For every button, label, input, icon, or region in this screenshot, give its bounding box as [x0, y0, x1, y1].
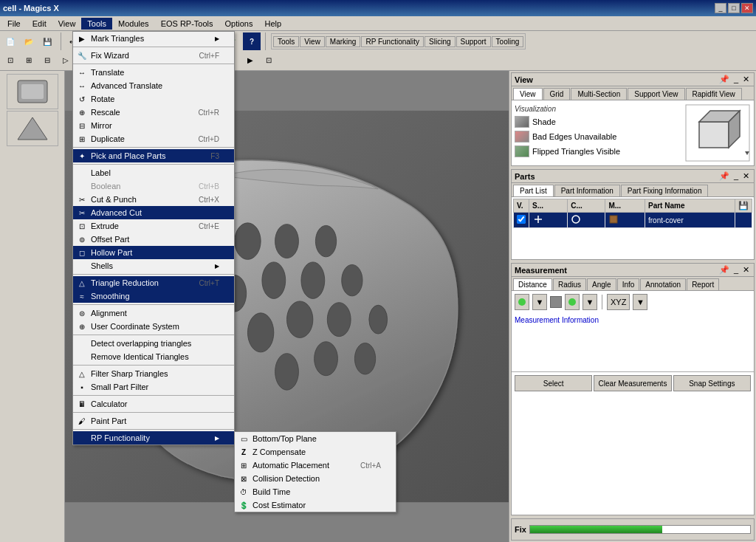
- parts-tab-list[interactable]: Part List: [513, 185, 554, 196]
- right-tab-view[interactable]: View: [300, 36, 325, 47]
- menu-pick-place[interactable]: ✦ Pick and Place Parts F3: [73, 149, 234, 162]
- menu-extrude[interactable]: ⊡ Extrude Ctrl+E: [73, 219, 234, 233]
- menu-fix-wizard[interactable]: 🔧 Fix Wizard Ctrl+F: [73, 49, 234, 62]
- view-tab-view[interactable]: View: [513, 88, 543, 100]
- tb-new[interactable]: 📄: [1, 32, 19, 50]
- tb-r1[interactable]: ⊡: [1, 51, 19, 69]
- menu-eos[interactable]: EOS RP-Tools: [155, 18, 219, 30]
- tb-r2[interactable]: ⊞: [20, 51, 38, 69]
- view-tab-rapidfit[interactable]: Rapidfit View: [686, 88, 742, 100]
- measure-point1-btn[interactable]: [515, 294, 529, 310]
- viz-option-flipped[interactable]: Flipped Triangles Visible: [515, 144, 681, 159]
- measurement-tab-angle[interactable]: Angle: [587, 278, 616, 290]
- menu-remove-identical[interactable]: Remove Identical Triangles: [73, 350, 234, 363]
- maximize-btn[interactable]: □: [728, 3, 740, 13]
- menu-filter-sharp[interactable]: △ Filter Sharp Triangles: [73, 367, 234, 380]
- view-tab-multisection[interactable]: Multi-Section: [571, 88, 627, 100]
- visible-checkbox[interactable]: [517, 215, 526, 224]
- parts-tab-fixing[interactable]: Part Fixing Information: [621, 185, 709, 196]
- view-tab-grid[interactable]: Grid: [543, 88, 571, 100]
- menu-boolean[interactable]: Boolean Ctrl+B: [73, 179, 234, 193]
- parts-pin-btn[interactable]: 📌: [718, 171, 731, 181]
- select-button[interactable]: Select: [515, 375, 592, 391]
- menu-calculator[interactable]: 🖩 Calculator: [73, 397, 234, 411]
- viz-option-shade[interactable]: Shade: [515, 114, 681, 129]
- right-tab-marking[interactable]: Marking: [326, 36, 361, 47]
- measurement-min-btn[interactable]: _: [732, 265, 740, 275]
- measure-point2-btn[interactable]: [565, 294, 580, 310]
- menu-edit[interactable]: Edit: [27, 18, 52, 30]
- view-pin-btn[interactable]: 📌: [718, 75, 731, 84]
- menu-cut-punch[interactable]: ✂ Cut & Punch Ctrl+X: [73, 193, 234, 206]
- measure-point2-dropdown[interactable]: ▼: [583, 294, 597, 310]
- menu-rp-functionality[interactable]: RP Functionality ▶: [73, 431, 234, 445]
- parts-tab-info[interactable]: Part Information: [554, 185, 620, 196]
- menu-mark-triangles[interactable]: ▶ Mark Triangles ▶: [73, 32, 234, 45]
- menu-file[interactable]: File: [1, 18, 27, 30]
- measure-point1-dropdown[interactable]: ▼: [532, 294, 547, 310]
- view-tab-support[interactable]: Support View: [628, 88, 684, 100]
- rp-submenu-collision[interactable]: ⊠ Collision Detection: [235, 472, 396, 485]
- menu-triangle-reduction[interactable]: △ Triangle Reduction Ctrl+T: [73, 276, 234, 289]
- measurement-tab-annotation[interactable]: Annotation: [640, 278, 686, 290]
- menu-view[interactable]: View: [52, 18, 82, 30]
- menu-small-part-filter[interactable]: ▪ Small Part Filter: [73, 380, 234, 394]
- tb-open[interactable]: 📂: [20, 32, 38, 50]
- right-tab-rp[interactable]: RP Functionality: [361, 36, 424, 47]
- rp-submenu-z-compensate[interactable]: Z Z Compensate: [235, 445, 396, 459]
- measurement-tab-distance[interactable]: Distance: [513, 278, 552, 290]
- rp-submenu-build-time[interactable]: ⏱ Build Time: [235, 485, 396, 498]
- menu-shells[interactable]: Shells ▶: [73, 259, 234, 272]
- right-tab-support[interactable]: Support: [456, 36, 491, 47]
- left-icon-2[interactable]: [7, 111, 58, 146]
- tb-save[interactable]: 💾: [38, 32, 56, 50]
- measure-xyz-btn[interactable]: XYZ: [607, 294, 630, 310]
- tb-r14[interactable]: ▶: [241, 51, 259, 69]
- tb-help[interactable]: ?: [243, 32, 261, 50]
- menu-advanced-translate[interactable]: ↔ Advanced Translate: [73, 79, 234, 92]
- measurement-close-btn[interactable]: ✕: [741, 265, 751, 275]
- right-tab-slicing[interactable]: Slicing: [425, 36, 455, 47]
- right-tab-tools[interactable]: Tools: [273, 36, 299, 47]
- menu-user-coord[interactable]: ⊕ User Coordinate System: [73, 320, 234, 333]
- measurement-tab-info[interactable]: Info: [617, 278, 640, 290]
- menu-rotate[interactable]: ↺ Rotate: [73, 92, 234, 106]
- parts-min-btn[interactable]: _: [732, 171, 740, 181]
- menu-advanced-cut[interactable]: ✂ Advanced Cut: [73, 206, 234, 219]
- view-min-btn[interactable]: _: [732, 75, 740, 84]
- measurement-pin-btn[interactable]: 📌: [718, 265, 731, 275]
- clear-measurements-button[interactable]: Clear Measurements: [594, 375, 671, 391]
- measurement-tab-radius[interactable]: Radius: [553, 278, 586, 290]
- menu-tools[interactable]: Tools: [81, 18, 112, 30]
- tb-r3[interactable]: ⊟: [38, 51, 56, 69]
- menu-offset-part[interactable]: ⊚ Offset Part: [73, 233, 234, 246]
- menu-duplicate[interactable]: ⊞ Duplicate Ctrl+D: [73, 132, 234, 145]
- close-btn[interactable]: ✕: [741, 3, 753, 13]
- viz-option-bad-edges[interactable]: Bad Edges Unavailable: [515, 129, 681, 144]
- menu-label[interactable]: Label: [73, 166, 234, 179]
- tb-r15[interactable]: ⊡: [260, 51, 278, 69]
- menu-hollow-part[interactable]: ◻ Hollow Part: [73, 246, 234, 259]
- menu-mirror[interactable]: ⊟ Mirror: [73, 119, 234, 132]
- parts-save-icon[interactable]: 💾: [738, 201, 749, 210]
- table-row[interactable]: front-cover: [514, 213, 752, 228]
- menu-translate[interactable]: ↔ Translate: [73, 66, 234, 79]
- view-close-btn[interactable]: ✕: [741, 75, 751, 84]
- menu-options[interactable]: Options: [219, 18, 259, 30]
- menu-paint-part[interactable]: 🖌 Paint Part: [73, 414, 234, 428]
- left-icon-1[interactable]: [7, 74, 58, 109]
- rp-submenu-cost-estimator[interactable]: 💲 Cost Estimator: [235, 498, 396, 512]
- menu-smoothing[interactable]: ≈ Smoothing: [73, 289, 234, 303]
- rp-submenu-bottom-top[interactable]: ▭ Bottom/Top Plane: [235, 432, 396, 445]
- snap-settings-button[interactable]: Snap Settings: [673, 375, 751, 391]
- rp-submenu-auto-placement[interactable]: ⊞ Automatic Placement Ctrl+A: [235, 459, 396, 472]
- measure-xyz-dropdown[interactable]: ▼: [633, 294, 647, 310]
- minimize-btn[interactable]: _: [715, 3, 726, 13]
- menu-help[interactable]: Help: [258, 18, 287, 30]
- parts-close-btn[interactable]: ✕: [741, 171, 751, 181]
- menu-alignment[interactable]: ⊜ Alignment: [73, 306, 234, 320]
- right-tab-tooling[interactable]: Tooling: [492, 36, 524, 47]
- menu-rescale[interactable]: ⊕ Rescale Ctrl+R: [73, 106, 234, 119]
- measurement-tab-report[interactable]: Report: [687, 278, 719, 290]
- menu-detect-overlap[interactable]: Detect overlapping triangles: [73, 337, 234, 350]
